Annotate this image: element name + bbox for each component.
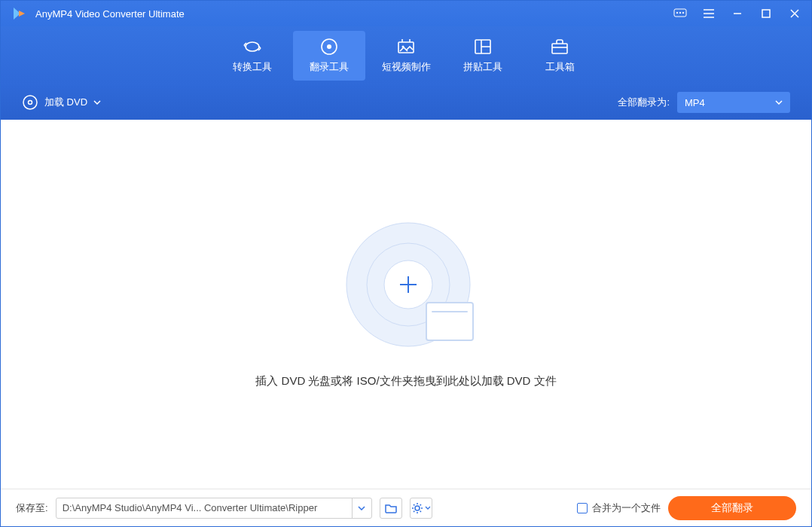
settings-button[interactable] xyxy=(410,498,432,519)
load-dvd-button[interactable]: 加载 DVD xyxy=(22,94,101,111)
menu-icon[interactable] xyxy=(701,6,716,21)
nav-toolbox[interactable]: 工具箱 xyxy=(524,31,596,81)
nav-label: 短视频制作 xyxy=(382,60,431,74)
ripper-icon xyxy=(319,38,340,56)
open-folder-button[interactable] xyxy=(380,498,402,519)
close-button[interactable] xyxy=(787,6,802,21)
svg-rect-8 xyxy=(762,10,770,17)
format-value: MP4 xyxy=(685,97,705,108)
nav-label: 翻录工具 xyxy=(310,60,349,74)
nav-label: 工具箱 xyxy=(545,60,575,74)
nav-ripper[interactable]: 翻录工具 xyxy=(293,31,365,81)
svg-point-1 xyxy=(676,12,678,14)
app-title: AnyMP4 Video Converter Ultimate xyxy=(35,8,673,20)
chevron-down-icon xyxy=(775,100,783,105)
maximize-button[interactable] xyxy=(759,6,774,21)
merge-checkbox[interactable]: 合并为一个文件 xyxy=(577,501,661,515)
svg-rect-20 xyxy=(552,44,567,53)
save-to-label: 保存至: xyxy=(16,501,48,515)
checkbox-icon xyxy=(577,503,588,513)
drop-graphic xyxy=(331,221,481,356)
nav-label: 拼贴工具 xyxy=(463,60,502,74)
minimize-button[interactable] xyxy=(730,6,745,21)
svg-point-22 xyxy=(23,96,37,109)
nav-mv[interactable]: 短视频制作 xyxy=(370,31,442,81)
titlebar: AnyMP4 Video Converter Ultimate xyxy=(1,1,811,26)
svg-point-2 xyxy=(679,12,681,14)
rip-all-button[interactable]: 全部翻录 xyxy=(668,496,796,520)
nav-label: 转换工具 xyxy=(233,60,272,74)
path-dropdown-button[interactable] xyxy=(352,498,371,518)
drop-hint-text: 插入 DVD 光盘或将 ISO/文件夹拖曳到此处以加载 DVD 文件 xyxy=(255,374,556,388)
save-path-field[interactable]: D:\AnyMP4 Studio\AnyMP4 Vi... Converter … xyxy=(56,498,372,519)
app-window: AnyMP4 Video Converter Ultimate 转换 xyxy=(0,0,812,527)
feedback-icon[interactable] xyxy=(673,6,688,21)
window-controls xyxy=(673,6,802,21)
main-nav: 转换工具 翻录工具 短视频制作 拼贴工具 工具箱 xyxy=(1,26,811,85)
svg-point-23 xyxy=(29,101,32,105)
folder-icon xyxy=(426,302,474,341)
svg-point-12 xyxy=(327,44,331,49)
load-dvd-label: 加载 DVD xyxy=(44,96,87,109)
rip-all-to-label: 全部翻录为: xyxy=(618,96,670,109)
output-format-select[interactable]: MP4 xyxy=(677,92,790,113)
disc-icon xyxy=(22,94,38,111)
svg-point-3 xyxy=(682,12,684,14)
toolbox-icon xyxy=(549,38,570,56)
merge-label: 合并为一个文件 xyxy=(592,501,661,515)
nav-collage[interactable]: 拼贴工具 xyxy=(447,31,519,81)
nav-converter[interactable]: 转换工具 xyxy=(216,31,288,81)
app-logo-icon xyxy=(10,5,28,23)
collage-icon xyxy=(472,38,493,56)
subbar: 加载 DVD 全部翻录为: MP4 xyxy=(1,85,811,120)
drop-zone[interactable]: 插入 DVD 光盘或将 ISO/文件夹拖曳到此处以加载 DVD 文件 xyxy=(1,120,811,489)
footer: 保存至: D:\AnyMP4 Studio\AnyMP4 Vi... Conve… xyxy=(1,489,811,526)
save-path-text: D:\AnyMP4 Studio\AnyMP4 Vi... Converter … xyxy=(56,502,352,513)
rip-all-label: 全部翻录 xyxy=(711,501,753,515)
chevron-down-icon xyxy=(93,100,101,105)
mv-icon xyxy=(395,38,417,56)
converter-icon xyxy=(242,38,263,56)
svg-point-29 xyxy=(415,506,420,510)
